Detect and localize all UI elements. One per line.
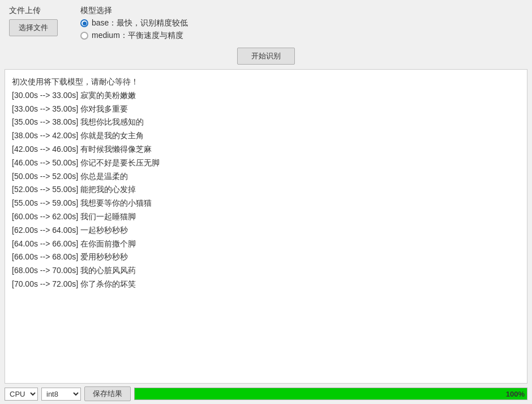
start-row: 开始识别 xyxy=(0,45,532,69)
bottom-bar: CPU GPU int8 float16 float32 保存结果 100% xyxy=(0,384,532,404)
model-select-label: 模型选择 xyxy=(80,6,188,16)
output-line: [42.00s --> 46.00s] 有时候我懒得像芝麻 xyxy=(12,143,520,156)
output-line: [70.00s --> 72.00s] 你了杀你的坏笑 xyxy=(12,278,520,291)
output-line: [60.00s --> 62.00s] 我们一起睡猫脚 xyxy=(12,210,520,224)
model-base-option[interactable]: base：最快，识别精度较低 xyxy=(80,18,188,28)
output-line: [38.00s --> 42.00s] 你就是我的女主角 xyxy=(12,129,520,143)
radio-base[interactable] xyxy=(80,19,88,27)
output-line: [68.00s --> 70.00s] 我的心脏风风药 xyxy=(12,264,520,278)
first-use-notice: 初次使用将下载模型，请耐心等待！ xyxy=(12,75,520,89)
model-select-section: 模型选择 base：最快，识别精度较低 medium：平衡速度与精度 xyxy=(80,6,188,41)
radio-medium[interactable] xyxy=(80,32,88,40)
model-base-label: base：最快，识别精度较低 xyxy=(92,18,188,28)
save-button[interactable]: 保存结果 xyxy=(84,386,131,401)
top-bar: 文件上传 选择文件 模型选择 base：最快，识别精度较低 medium：平衡速… xyxy=(0,0,532,45)
file-upload-label: 文件上传 xyxy=(9,6,58,16)
model-medium-option[interactable]: medium：平衡速度与精度 xyxy=(80,31,188,41)
progress-bar-fill xyxy=(135,388,527,399)
output-line: [30.00s --> 33.00s] 寂寞的美粉嫩嫩 xyxy=(12,89,520,103)
choose-file-button[interactable]: 选择文件 xyxy=(9,19,58,36)
output-line: [52.00s --> 55.00s] 能把我的心发掉 xyxy=(12,183,520,197)
output-line: [66.00s --> 68.00s] 爱用秒秒秒秒 xyxy=(12,250,520,264)
progress-label: 100% xyxy=(506,390,525,398)
output-line: [35.00s --> 38.00s] 我想你比我感知的 xyxy=(12,116,520,129)
file-upload-section: 文件上传 选择文件 xyxy=(9,6,58,36)
output-line: [50.00s --> 52.00s] 你总是温柔的 xyxy=(12,170,520,184)
output-line: [62.00s --> 64.00s] 一起秒秒秒秒 xyxy=(12,224,520,237)
output-line: [33.00s --> 35.00s] 你对我多重要 xyxy=(12,103,520,116)
output-area[interactable]: 初次使用将下载模型，请耐心等待！ [30.00s --> 33.00s] 寂寞的… xyxy=(5,69,527,384)
progress-bar-container: 100% xyxy=(134,388,527,400)
output-line: [55.00s --> 59.00s] 我想要等你的小猫猫 xyxy=(12,197,520,210)
model-medium-label: medium：平衡速度与精度 xyxy=(92,31,183,41)
start-button[interactable]: 开始识别 xyxy=(237,48,295,65)
precision-select[interactable]: int8 float16 float32 xyxy=(41,388,81,401)
device-select[interactable]: CPU GPU xyxy=(5,388,38,401)
output-line: [46.00s --> 50.00s] 你记不好是要长压无脚 xyxy=(12,156,520,170)
output-line: [64.00s --> 66.00s] 在你面前撒个脚 xyxy=(12,237,520,251)
